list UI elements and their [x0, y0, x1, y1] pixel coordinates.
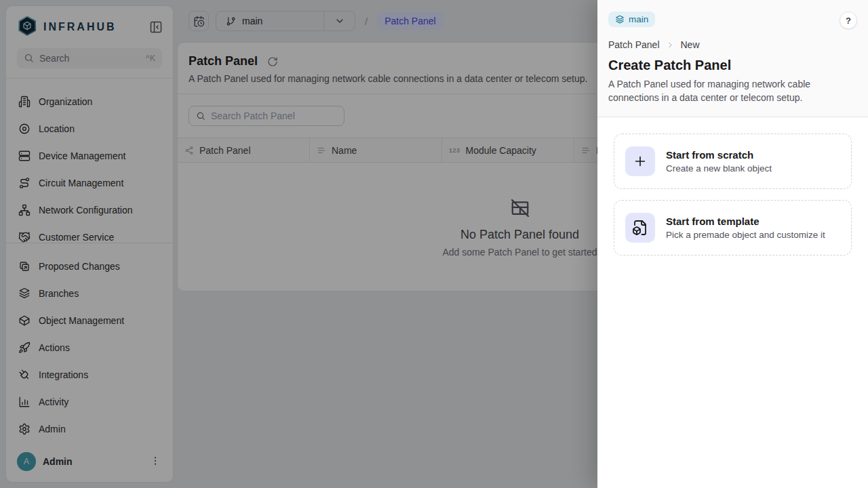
drawer-title: Create Patch Panel: [608, 58, 857, 73]
breadcrumb-parent[interactable]: Patch Panel: [608, 39, 660, 50]
drawer-description: A Patch Panel used for managing network …: [608, 77, 857, 104]
layers-icon: [615, 15, 625, 24]
option-subtitle: Pick a premade object and customize it: [666, 230, 825, 240]
help-button[interactable]: ?: [840, 12, 857, 29]
drawer-body: Start from scratch Create a new blank ob…: [597, 117, 868, 272]
file-box-icon: [625, 213, 655, 243]
branch-badge-label: main: [629, 14, 648, 24]
plus-icon: [625, 146, 655, 176]
start-from-template-card[interactable]: Start from template Pick a premade objec…: [614, 200, 852, 256]
create-drawer: main ? Patch Panel New Create Patch Pane…: [597, 0, 868, 488]
start-from-scratch-card[interactable]: Start from scratch Create a new blank ob…: [614, 134, 852, 189]
option-title: Start from scratch: [666, 149, 772, 161]
branch-badge: main: [608, 12, 655, 27]
option-text: Start from scratch Create a new blank ob…: [666, 149, 772, 174]
option-title: Start from template: [666, 216, 825, 227]
option-subtitle: Create a new blank object: [666, 163, 772, 174]
breadcrumb-current: New: [681, 39, 700, 50]
chevron-right-icon: [666, 41, 675, 49]
option-text: Start from template Pick a premade objec…: [666, 216, 825, 240]
drawer-breadcrumb: Patch Panel New: [608, 39, 857, 50]
drawer-header: main ? Patch Panel New Create Patch Pane…: [597, 0, 868, 117]
